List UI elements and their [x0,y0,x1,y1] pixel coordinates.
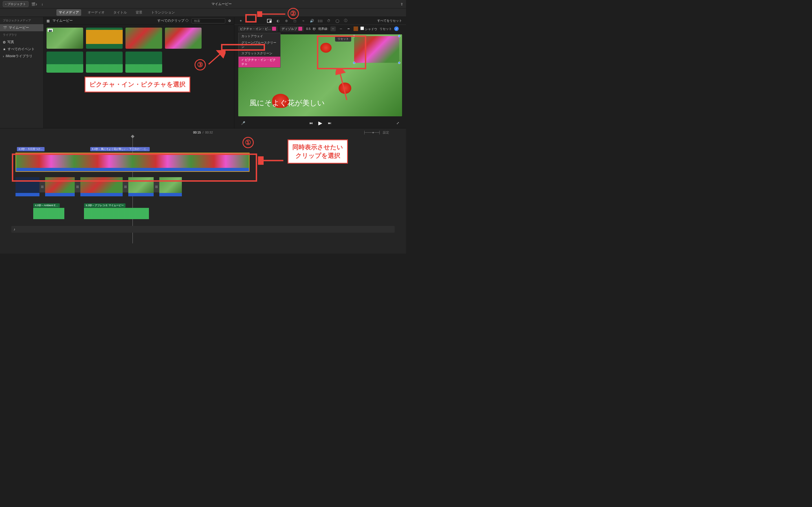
search-input[interactable] [192,18,225,23]
share-icon[interactable]: ⇪ [400,2,403,6]
annotation-rect-menu [221,44,265,51]
clip-label[interactable]: 4.0秒 – 今日見つけ… [17,147,45,151]
annotation-num3: ③ [195,59,206,70]
audio-label[interactable]: 4.0秒 – Ambient E… [33,203,60,208]
clip-label[interactable]: 8.4秒 – 風にそよぐ花が美しい – 下三分の一 – (… [90,147,150,151]
annotation-num2: ② [288,8,299,19]
eq-icon[interactable]: ⫿⫿⫿ [318,18,323,23]
tabbar: マイメディア オーディオ タイトル 背景 トランジション [0,8,406,17]
info-icon[interactable]: ⓘ [343,18,348,23]
apply-check-icon[interactable]: ✓ [394,26,399,31]
title-overlay: 風にそよぐ花が美しい [250,98,325,108]
sidebar-item-movie[interactable]: 🎬 マイムービー [0,24,43,31]
clip-thumb[interactable]: 📷 [47,27,83,49]
clip-thumb[interactable] [125,52,162,73]
menu-cutaway[interactable]: カットアウェイ [239,33,280,40]
next-button[interactable]: ⏭ [328,121,331,125]
sec-label: 秒 [313,27,316,31]
menu-splitscreen[interactable]: スプリットスクリーン [239,50,280,57]
sidebar-item-photos[interactable]: ✿ 写真 [0,39,43,46]
overlay-type-select[interactable]: ピクチャ・イン・ピ… [238,26,278,32]
audio-clip[interactable] [84,208,149,219]
reset-button[interactable]: リセット [379,27,392,31]
tab-audio[interactable]: オーディオ [86,9,107,16]
star-icon: ★ [3,47,6,51]
annotation-num1: ① [243,137,254,148]
sidebar-item-allevents[interactable]: ★ すべてのイベント [0,46,43,53]
transition-icon[interactable]: ⊠ [154,181,159,192]
svg-rect-1 [269,20,271,22]
border-none[interactable]: ┄ [331,26,336,31]
color-balance-icon[interactable]: ◐ [275,18,281,23]
gear-icon[interactable]: ⚙ [228,19,231,23]
annotation-rect-timeline [12,154,257,182]
zoom-slider[interactable]: ├───●──┤ [363,131,380,134]
annotation-rect-inspector [245,14,257,22]
music-track[interactable]: ♪ [11,226,395,233]
border-color[interactable] [354,26,358,31]
media-browser: ▦ マイムービー すべてのクリップ ◇ ⚙ 📷 [44,17,234,128]
clip-thumb[interactable] [125,27,162,49]
volume-icon[interactable]: 🔊 [309,18,314,23]
tab-titles[interactable]: タイトル [111,9,129,16]
duration-value[interactable]: 0.5 [306,27,310,31]
stabilize-icon[interactable]: ≈ [301,18,306,23]
clip-thumb[interactable] [86,52,123,73]
menu-pip[interactable]: ✓ ピクチャ・イン・ピクチャ [239,57,280,67]
clapper-icon: 🎬 [3,26,7,30]
chevron-down-icon [272,27,276,31]
tab-transitions[interactable]: トランジション [149,9,177,16]
topbar: ‹ プロジェクト 🎬♪ ↓ マイムービー ⇪ [0,0,406,8]
transition-select[interactable]: ディゾルブ [280,26,304,32]
speed-icon[interactable]: ⏱ [326,18,331,23]
time-current: 00:15 [193,131,201,134]
camera-icon: 📷 [48,29,53,32]
fullscreen-icon[interactable]: ⤢ [396,121,399,125]
sidebar: プロジェクトメディア 🎬 マイムービー ライブラリ ✿ 写真 ★ すべてのイベン… [0,17,44,128]
flower-icon: ✿ [3,40,6,44]
overlay-controls: ピクチャ・イン・ピ… ディゾルブ 0.5 秒 境界線: ┄ ─ ━ シャドウ リ… [234,25,406,33]
timeline-header: 00:15 / 00:32 ├───●──┤ 設定 [0,128,406,136]
mic-icon[interactable]: 🎤 [241,121,245,125]
transport-bar: 🎤 ⏮ ▶ ⏭ ⤢ [234,118,406,128]
clip-thumb[interactable] [47,52,83,73]
media-icon[interactable]: 🎬♪ [31,2,37,6]
reset-all-button[interactable]: すべてをリセット [377,18,402,23]
waveform-icon [125,64,162,73]
chevron-right-icon: › [3,54,4,58]
window-title: マイムービー [43,2,400,6]
play-button[interactable]: ▶ [318,120,322,126]
svg-line-5 [340,72,347,100]
magic-wand-icon[interactable]: ✦ [238,18,243,23]
annotation-rect-pip [317,36,366,69]
color-wheel-icon[interactable]: ⊕ [284,18,289,23]
waveform-icon [86,30,123,44]
overlay-icon[interactable] [267,18,272,23]
filter-icon[interactable]: ◯ [335,18,340,23]
annotation-select-pip: ピクチャ・イン・ピクチャを選択 [85,76,190,93]
transition-icon[interactable]: ⊠ [123,181,128,192]
music-icon: ♪ [13,227,15,231]
tab-backgrounds[interactable]: 背景 [133,9,145,16]
shadow-checkbox[interactable]: シャドウ [360,26,377,31]
border-label: 境界線: [318,27,328,31]
inspector-bar: ✦ ◐ ⊕ ◻ ≈ 🔊 ⫿⫿⫿ ⏱ ◯ ⓘ すべてをリセット [234,17,406,25]
waveform-icon [47,64,83,73]
sidebar-item-imovielib[interactable]: › iMovieライブラリ [0,53,43,60]
audio-clip[interactable] [33,208,64,219]
settings-button[interactable]: 設定 [383,130,389,135]
clip-thumb[interactable] [165,27,202,49]
browser-header: ▦ マイムービー すべてのクリップ ◇ ⚙ [44,17,234,25]
transition-icon[interactable]: ⊠ [40,181,45,192]
transition-icon[interactable]: ⊠ [75,181,80,192]
tab-mymedia[interactable]: マイメディア [56,9,81,16]
border-thick[interactable]: ━ [346,26,351,31]
back-button[interactable]: ‹ プロジェクト [3,1,29,7]
layout-icon[interactable]: ▦ [47,19,50,23]
prev-button[interactable]: ⏮ [309,121,313,125]
clips-filter[interactable]: すべてのクリップ ◇ [157,18,189,23]
annotation-select-clip: 同時表示させたい クリップを選択 [288,139,348,164]
border-thin[interactable]: ─ [338,26,344,31]
clip-thumb[interactable] [86,27,123,49]
audio-label[interactable]: 9.3秒 – アフレコ-3: マイムービー [84,203,125,208]
